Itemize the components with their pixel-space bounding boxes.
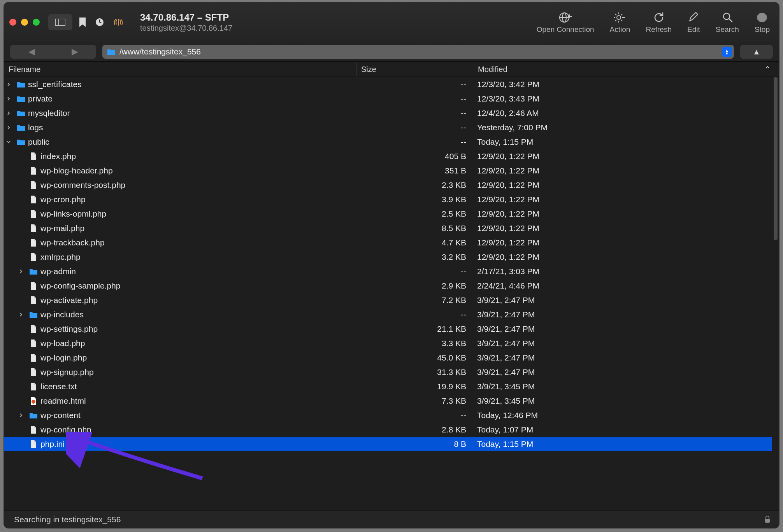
file-modified: 3/9/21, 2:47 PM bbox=[473, 353, 772, 362]
stop-button[interactable]: Stop bbox=[755, 10, 770, 34]
table-row[interactable]: wp-settings.php21.1 KB3/9/21, 2:47 PM bbox=[4, 322, 772, 336]
table-row[interactable]: wp-load.php3.3 KB3/9/21, 2:47 PM bbox=[4, 336, 772, 350]
bonjour-icon[interactable] bbox=[111, 15, 126, 30]
action-button[interactable]: Action bbox=[610, 10, 630, 34]
file-icon bbox=[29, 425, 38, 434]
table-row[interactable]: wp-content--Today, 12:46 PM bbox=[4, 408, 772, 422]
open-connection-label: Open Connection bbox=[537, 25, 594, 34]
go-up-button[interactable]: ▲ bbox=[740, 45, 773, 59]
path-dropdown-stepper[interactable]: ▴▾ bbox=[722, 47, 732, 57]
file-name: license.txt bbox=[40, 382, 77, 391]
file-modified: 3/9/21, 3:45 PM bbox=[473, 382, 772, 391]
table-row[interactable]: license.txt19.9 KB3/9/21, 3:45 PM bbox=[4, 379, 772, 394]
file-modified: 12/9/20, 1:22 PM bbox=[473, 180, 772, 190]
file-list: ssl_certificates--12/3/20, 3:42 PMprivat… bbox=[4, 77, 779, 511]
window-subtitle: testingsitex@34.70.86.147 bbox=[140, 24, 232, 33]
chevron-right-icon[interactable] bbox=[6, 82, 14, 87]
file-modified: 3/9/21, 2:47 PM bbox=[473, 296, 772, 305]
file-size: 8.5 KB bbox=[356, 224, 473, 233]
nav-back-button[interactable]: ◀ bbox=[10, 45, 53, 59]
chevron-right-icon[interactable] bbox=[19, 269, 26, 274]
file-name: logs bbox=[28, 123, 43, 132]
file-modified: 2/24/21, 4:46 PM bbox=[473, 281, 772, 290]
table-row[interactable]: logs--Yesterday, 7:00 PM bbox=[4, 120, 772, 135]
file-icon bbox=[29, 296, 38, 305]
table-row[interactable]: wp-config-sample.php2.9 KB2/24/21, 4:46 … bbox=[4, 278, 772, 293]
table-row[interactable]: readme.html7.3 KB3/9/21, 3:45 PM bbox=[4, 394, 772, 408]
table-row[interactable]: php.ini8 BToday, 1:15 PM bbox=[4, 437, 772, 451]
nav-back-forward: ◀ ▶ bbox=[10, 45, 96, 59]
file-modified: 3/9/21, 2:47 PM bbox=[473, 368, 772, 377]
table-row[interactable]: mysqleditor--12/4/20, 2:46 AM bbox=[4, 106, 772, 120]
svg-point-20 bbox=[32, 400, 35, 404]
quick-toolbar bbox=[48, 14, 126, 30]
svg-marker-19 bbox=[757, 13, 767, 22]
file-modified: Today, 1:15 PM bbox=[473, 439, 772, 449]
table-row[interactable]: xmlrpc.php3.2 KB12/9/20, 1:22 PM bbox=[4, 250, 772, 264]
folder-icon bbox=[16, 123, 26, 132]
sidebar-toggle-button[interactable] bbox=[48, 14, 72, 30]
file-modified: 3/9/21, 2:47 PM bbox=[473, 310, 772, 319]
svg-line-15 bbox=[615, 20, 616, 21]
history-icon[interactable] bbox=[93, 15, 107, 29]
folder-icon bbox=[29, 411, 38, 420]
table-row[interactable]: wp-mail.php8.5 KB12/9/20, 1:22 PM bbox=[4, 221, 772, 235]
table-row[interactable]: wp-blog-header.php351 B12/9/20, 1:22 PM bbox=[4, 163, 772, 178]
window-close-button[interactable] bbox=[9, 19, 16, 26]
window-controls bbox=[9, 19, 40, 26]
status-text: Searching in testingsitex_556 bbox=[14, 515, 121, 524]
file-size: 21.1 KB bbox=[356, 324, 473, 334]
table-row[interactable]: wp-config.php2.8 KBToday, 1:07 PM bbox=[4, 422, 772, 437]
file-icon bbox=[29, 439, 38, 449]
table-row[interactable]: public--Today, 1:15 PM bbox=[4, 135, 772, 149]
table-row[interactable]: wp-includes--3/9/21, 2:47 PM bbox=[4, 307, 772, 322]
file-modified: 12/9/20, 1:22 PM bbox=[473, 252, 772, 262]
table-row[interactable]: wp-trackback.php4.7 KB12/9/20, 1:22 PM bbox=[4, 235, 772, 250]
table-row[interactable]: wp-admin--2/17/21, 3:03 PM bbox=[4, 264, 772, 278]
chevron-down-icon[interactable] bbox=[6, 140, 14, 144]
file-icon bbox=[29, 166, 38, 175]
path-row: ◀ ▶ /www/testingsitex_556 ▴▾ ▲ bbox=[4, 42, 779, 61]
table-row[interactable]: index.php405 B12/9/20, 1:22 PM bbox=[4, 149, 772, 163]
file-modified: Today, 1:15 PM bbox=[473, 137, 772, 147]
file-size: -- bbox=[356, 123, 473, 132]
refresh-button[interactable]: Refresh bbox=[646, 10, 672, 34]
chevron-right-icon[interactable] bbox=[19, 312, 26, 317]
file-name: wp-load.php bbox=[40, 339, 85, 348]
file-modified: 12/4/20, 2:46 AM bbox=[473, 108, 772, 118]
file-size: -- bbox=[356, 137, 473, 147]
bookmarks-icon[interactable] bbox=[76, 15, 89, 29]
svg-point-8 bbox=[617, 16, 621, 19]
nav-forward-button[interactable]: ▶ bbox=[53, 45, 96, 59]
table-row[interactable]: private--12/3/20, 3:43 PM bbox=[4, 91, 772, 106]
scrollbar-thumb[interactable] bbox=[774, 77, 778, 240]
column-filename[interactable]: Filename bbox=[4, 62, 356, 77]
table-row[interactable]: wp-signup.php31.3 KB3/9/21, 2:47 PM bbox=[4, 365, 772, 379]
search-button[interactable]: Search bbox=[716, 10, 739, 34]
open-connection-button[interactable]: Open Connection bbox=[537, 10, 594, 34]
column-size[interactable]: Size bbox=[356, 62, 473, 77]
window-zoom-button[interactable] bbox=[33, 19, 40, 26]
column-modified[interactable]: Modified ⌃ bbox=[473, 62, 779, 77]
file-size: -- bbox=[356, 310, 473, 319]
chevron-right-icon[interactable] bbox=[19, 413, 26, 418]
chevron-right-icon[interactable] bbox=[6, 125, 14, 130]
path-field[interactable]: /www/testingsitex_556 ▴▾ bbox=[102, 45, 734, 59]
table-row[interactable]: wp-login.php45.0 KB3/9/21, 2:47 PM bbox=[4, 350, 772, 365]
window-minimize-button[interactable] bbox=[21, 19, 28, 26]
edit-button[interactable]: Edit bbox=[687, 10, 700, 34]
file-name: php.ini bbox=[40, 439, 65, 449]
scrollbar[interactable] bbox=[773, 77, 778, 511]
chevron-right-icon[interactable] bbox=[6, 111, 14, 116]
chevron-right-icon[interactable] bbox=[6, 96, 14, 101]
file-size: 3.3 KB bbox=[356, 339, 473, 348]
table-row[interactable]: wp-activate.php7.2 KB3/9/21, 2:47 PM bbox=[4, 293, 772, 307]
table-row[interactable]: wp-links-opml.php2.5 KB12/9/20, 1:22 PM bbox=[4, 206, 772, 221]
table-row[interactable]: wp-cron.php3.9 KB12/9/20, 1:22 PM bbox=[4, 192, 772, 206]
table-row[interactable]: ssl_certificates--12/3/20, 3:42 PM bbox=[4, 77, 772, 91]
folder-icon bbox=[16, 94, 26, 103]
file-size: 3.2 KB bbox=[356, 252, 473, 262]
file-name: mysqleditor bbox=[28, 108, 70, 118]
table-row[interactable]: wp-comments-post.php2.3 KB12/9/20, 1:22 … bbox=[4, 178, 772, 192]
file-size: 7.2 KB bbox=[356, 296, 473, 305]
